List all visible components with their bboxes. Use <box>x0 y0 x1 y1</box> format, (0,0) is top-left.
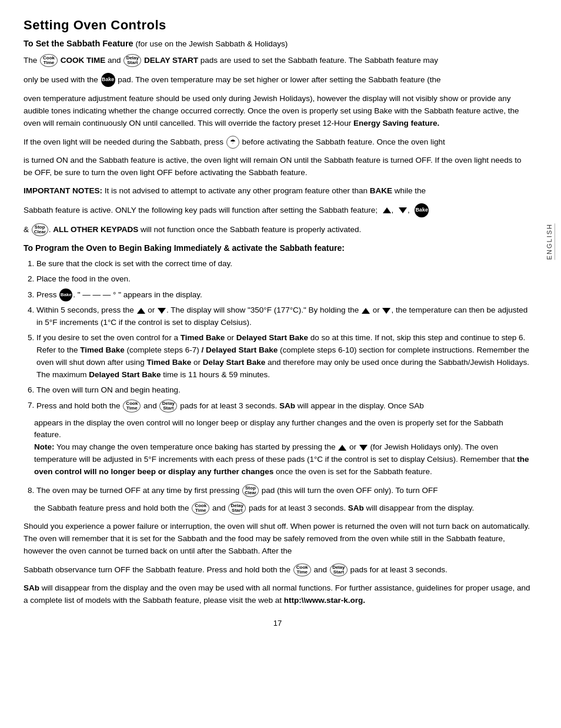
delay-start-icon-end: DelayStart <box>330 563 348 576</box>
side-label: ENGLISH <box>546 223 555 260</box>
step-1: Be sure that the clock is set with the c… <box>36 258 532 270</box>
arrow-up-icon <box>383 207 391 213</box>
steps-list: Be sure that the clock is set with the c… <box>36 258 532 412</box>
arrow-down-step4 <box>158 308 166 314</box>
step8-list: The oven may be turned OFF at any time b… <box>36 484 532 497</box>
delay-start-icon-s8c: DelayStart <box>228 502 246 515</box>
step-4: Within 5 seconds, press the or . The dis… <box>36 304 532 329</box>
step-6: The oven will turn ON and begin heating. <box>36 384 532 397</box>
subtitle-rest: (for use on the Jewish Sabbath & Holiday… <box>133 39 288 48</box>
program-title: To Program the Oven to Begin Baking Imme… <box>24 242 532 255</box>
step-5: If you desire to set the oven control fo… <box>36 332 532 381</box>
bake-icon: Bake <box>101 73 115 87</box>
stop-clear-icon: StopClear <box>32 223 48 236</box>
subtitle-bold: To Set the Sabbath Feature <box>24 39 133 48</box>
para2: only be used with the Bake pad. The oven… <box>24 73 532 87</box>
cook-time-icon: CookTime <box>40 54 58 67</box>
cook-time-icon-s7: CookTime <box>123 400 141 412</box>
cook-time-icon-s8c: CookTime <box>192 502 209 515</box>
step8-continue: the Sabbath feature press and hold both … <box>34 502 532 515</box>
para-sab: SAb will disappear from the display and … <box>24 582 532 607</box>
para-important: IMPORTANT NOTES: It is not advised to at… <box>24 185 532 197</box>
delay-start-icon-s7: DelayStart <box>159 400 177 412</box>
para7: Sabbath feature is active. ONLY the foll… <box>24 203 532 217</box>
page-title: Setting Oven Controls <box>24 18 532 33</box>
para1: The CookTime COOK TIME and DelayStart DE… <box>24 54 532 67</box>
step-7: Press and hold both the CookTime and Del… <box>36 400 532 412</box>
arrow-up-note <box>338 445 346 451</box>
page-number: 17 <box>24 619 532 628</box>
arrow-down-step4b <box>382 308 390 314</box>
bake-icon-step3: Bake <box>59 288 72 301</box>
light-icon: ☂ <box>226 136 239 149</box>
step-3: Press Bake. " — — — ° " appears in the d… <box>36 288 532 301</box>
arrow-down-icon <box>399 207 407 213</box>
important-label: IMPORTANT NOTES: <box>24 186 102 195</box>
cook-time-icon-end: CookTime <box>293 563 311 576</box>
step-8: The oven may be turned OFF at any time b… <box>36 484 532 497</box>
arrow-down-note <box>359 445 368 451</box>
bake-icon-2: Bake <box>415 203 429 217</box>
para5: is turned ON and the Sabbath feature is … <box>24 155 532 179</box>
arrow-up-step4 <box>137 308 145 314</box>
step-2: Place the food in the oven. <box>36 273 532 286</box>
para4: If the oven light will be needed during … <box>24 136 532 149</box>
stop-clear-icon-s8: StopClear <box>242 484 259 497</box>
arrow-up-step4b <box>362 308 370 314</box>
para-power: Should you experience a power failure or… <box>24 521 532 558</box>
para3: oven temperature adjustment feature shou… <box>24 93 532 130</box>
para-sabbath: Sabbath observance turn OFF the Sabbath … <box>24 563 532 576</box>
step7-continue: appears in the display the oven control … <box>34 417 532 479</box>
delay-start-icon: DelayStart <box>123 54 141 67</box>
para8: & StopClear. ALL OTHER KEYPADS will not … <box>24 223 532 236</box>
